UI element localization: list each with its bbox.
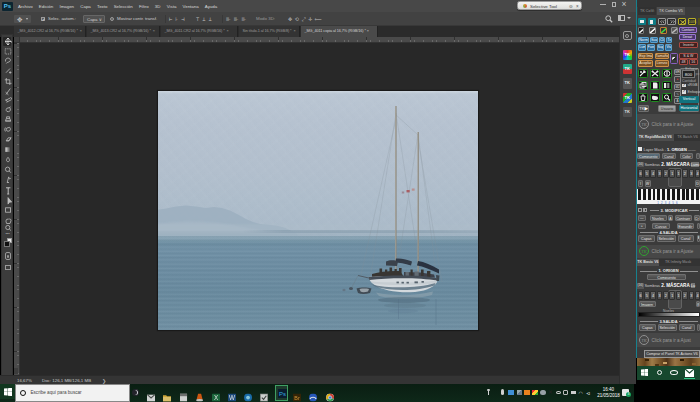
svg-text:Ps: Ps: [279, 391, 286, 397]
svg-text:Br: Br: [294, 394, 300, 400]
svg-text:W: W: [229, 393, 235, 400]
